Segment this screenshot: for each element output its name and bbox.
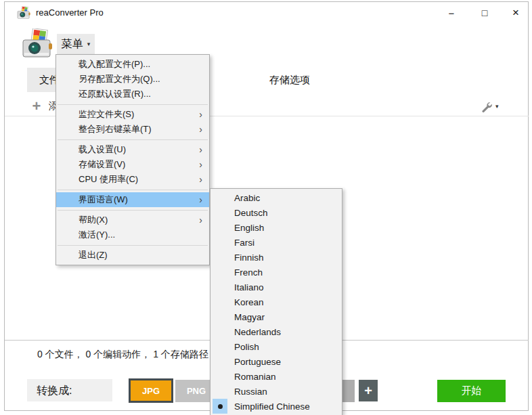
menu-item-label: 界面语言(W) [79, 194, 128, 206]
menu-separator [58, 190, 208, 190]
language-item-polish[interactable]: Polish [210, 339, 342, 354]
submenu-arrow-icon: › [199, 125, 202, 134]
menu-item-label: 载入配置文件(P)... [79, 58, 150, 70]
language-label: English [234, 223, 264, 233]
titlebar: reaConverter Pro − □ × [5, 2, 528, 24]
dropdown-arrow-icon: ▾ [87, 41, 91, 47]
language-label: Nederlands [234, 327, 281, 337]
menu-item-label: 激活(Y)... [79, 229, 115, 241]
maximize-icon: □ [482, 7, 487, 18]
menu-item-interface-language[interactable]: 界面语言(W)› [56, 192, 209, 207]
minimize-icon: − [449, 7, 455, 19]
menu-separator [58, 139, 208, 140]
language-item-finnish[interactable]: Finnish [210, 250, 342, 265]
wrench-icon [481, 101, 492, 112]
menu-item-label: 存储设置(V) [79, 158, 125, 171]
menu-item-save-config-as[interactable]: 另存配置文件为(Q)... [56, 72, 209, 87]
format-button-jpg[interactable]: JPG [129, 378, 173, 403]
language-label: Magyar [234, 312, 265, 322]
start-button-label: 开始 [462, 385, 482, 397]
submenu-arrow-icon: › [199, 110, 202, 119]
menu-item-context-menu-integration[interactable]: 整合到右键菜单(T)› [56, 122, 209, 137]
menu-item-activate[interactable]: 激活(Y)... [56, 227, 209, 242]
menu-item-label: 另存配置文件为(Q)... [79, 73, 160, 85]
menu-item-load-config[interactable]: 载入配置文件(P)... [56, 57, 209, 72]
language-item-korean[interactable]: Korean [210, 294, 342, 309]
add-format-button[interactable]: + [359, 380, 378, 401]
submenu-arrow-icon: › [199, 175, 202, 184]
settings-dropdown-button[interactable]: ▾ [481, 100, 499, 113]
language-label: French [234, 267, 263, 278]
menu-item-watch-folders[interactable]: 监控文件夹(S)› [56, 107, 209, 122]
menu-item-label: 监控文件夹(S) [79, 108, 134, 121]
submenu-arrow-icon: › [199, 215, 202, 225]
menu-separator [58, 210, 208, 211]
app-root: reaConverter Pro − □ × 菜单 ▾ 文件 存储选项 + 添加… [0, 0, 532, 415]
language-label: Korean [234, 297, 264, 307]
language-item-farsi[interactable]: Farsi [210, 235, 342, 250]
language-label: Finnish [234, 253, 264, 263]
language-label: Portuguese [234, 357, 281, 367]
window-title: reaConverter Pro [36, 7, 104, 18]
language-submenu: Arabic Deutsch English Farsi Finnish Fre… [210, 188, 342, 415]
menu-button[interactable]: 菜单 ▾ [57, 34, 95, 54]
language-item-italiano[interactable]: Italiano [210, 280, 342, 294]
menu-button-label: 菜单 [62, 37, 83, 51]
status-text: 0 个文件， 0 个编辑动作， 1 个存储路径 [37, 349, 208, 361]
language-item-nederlands[interactable]: Nederlands [210, 324, 342, 339]
menu-item-label: CPU 使用率(C) [79, 173, 138, 185]
language-label: Polish [234, 342, 259, 352]
language-item-romanian[interactable]: Romanian [210, 369, 342, 384]
menu-separator [58, 245, 208, 246]
plus-icon: + [364, 383, 372, 399]
language-label: Deutsch [234, 208, 268, 218]
menu-item-label: 载入设置(U) [79, 144, 126, 156]
menu-item-label: 整合到右键菜单(T) [79, 123, 152, 135]
format-jpg-label: JPG [142, 386, 160, 396]
menu-item-label: 还原默认设置(R)... [79, 88, 151, 100]
language-label: Simplified Chinese [234, 401, 310, 412]
menu-item-exit[interactable]: 退出(Z) [56, 248, 209, 263]
dropdown-arrow-icon: ▾ [495, 103, 499, 110]
tab-saving-label: 存储选项 [269, 74, 310, 85]
menu-item-help[interactable]: 帮助(X)› [56, 213, 209, 227]
language-item-deutsch[interactable]: Deutsch [210, 205, 342, 220]
language-item-russian[interactable]: Russian [210, 384, 342, 399]
menu-item-restore-defaults[interactable]: 还原默认设置(R)... [56, 87, 209, 102]
language-label: Russian [234, 387, 267, 397]
tab-saving-options[interactable]: 存储选项 [257, 68, 447, 92]
language-item-simplified-chinese[interactable]: Simplified Chinese [210, 399, 342, 414]
submenu-arrow-icon: › [199, 160, 202, 169]
menu-item-save-settings[interactable]: 存储设置(V)› [56, 157, 209, 172]
selected-language-indicator [213, 399, 227, 414]
plus-icon: + [30, 97, 43, 115]
language-label: Arabic [234, 193, 260, 203]
menu-separator [58, 104, 208, 105]
menu-item-cpu-usage[interactable]: CPU 使用率(C)› [56, 172, 209, 187]
language-item-english[interactable]: English [210, 220, 342, 235]
convert-to-label: 转换成: [27, 379, 112, 401]
main-menu: 载入配置文件(P)... 另存配置文件为(Q)... 还原默认设置(R)... … [56, 54, 210, 265]
language-label: Romanian [234, 372, 276, 382]
menu-item-load-settings[interactable]: 载入设置(U)› [56, 142, 209, 157]
close-button[interactable]: × [501, 2, 531, 24]
language-label: Farsi [234, 238, 254, 248]
language-item-arabic[interactable]: Arabic [210, 190, 342, 205]
language-item-french[interactable]: French [210, 265, 342, 280]
maximize-button[interactable]: □ [470, 2, 500, 24]
language-item-portuguese[interactable]: Portuguese [210, 354, 342, 369]
app-logo-icon-large [22, 28, 53, 60]
submenu-arrow-icon: › [199, 195, 202, 204]
submenu-arrow-icon: › [199, 145, 202, 154]
language-label: Italiano [234, 282, 264, 292]
format-png-label: PNG [187, 386, 206, 396]
language-item-magyar[interactable]: Magyar [210, 309, 342, 324]
minimize-button[interactable]: − [437, 2, 466, 24]
menu-item-label: 退出(Z) [79, 249, 108, 261]
start-button[interactable]: 开始 [437, 380, 506, 402]
menu-item-label: 帮助(X) [79, 214, 108, 226]
close-icon: × [512, 6, 519, 20]
radio-dot-icon [218, 404, 223, 409]
app-logo-icon [17, 6, 30, 20]
